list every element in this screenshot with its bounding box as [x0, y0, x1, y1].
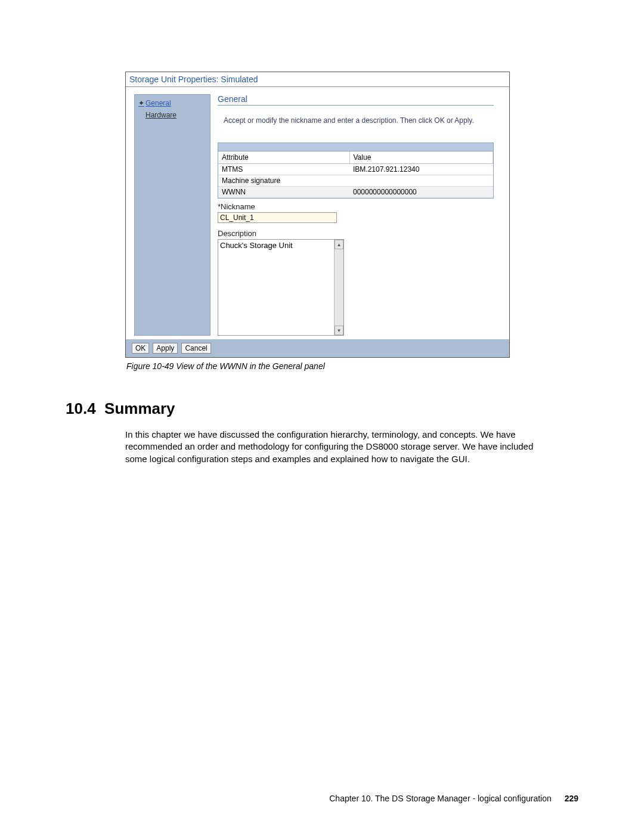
table-row: Machine signature — [218, 175, 493, 187]
cell-val: 0000000000000000 — [349, 187, 493, 198]
cell-attr: WWNN — [218, 187, 349, 198]
table-header-row: Attribute Value — [218, 151, 493, 164]
nickname-input[interactable] — [218, 212, 337, 223]
panel-title: General — [218, 94, 494, 106]
description-label: Description — [218, 229, 494, 238]
cancel-button[interactable]: Cancel — [181, 343, 210, 354]
sidebar-item-hardware[interactable]: Hardware — [145, 109, 206, 121]
table-row: MTMS IBM.2107.921.12340 — [218, 164, 493, 175]
cell-attr: MTMS — [218, 164, 349, 175]
col-value: Value — [349, 151, 493, 164]
cell-val — [349, 175, 493, 187]
figure-screenshot: Storage Unit Properties: Simulated ✦Gene… — [125, 72, 510, 358]
page-number: 229 — [565, 794, 578, 803]
scroll-down-icon[interactable]: ▼ — [335, 326, 343, 335]
cell-val: IBM.2107.921.12340 — [349, 164, 493, 175]
instruction-text: Accept or modify the nickname and enter … — [224, 116, 494, 125]
table-topband — [218, 143, 493, 151]
section-title: Summary — [104, 400, 175, 417]
col-attribute: Attribute — [218, 151, 349, 164]
scrollbar[interactable]: ▲ ▼ — [334, 240, 343, 335]
chapter-label: Chapter 10. The DS Storage Manager - log… — [329, 794, 552, 803]
section-heading: 10.4 Summary — [66, 400, 578, 418]
scroll-up-icon[interactable]: ▲ — [335, 240, 343, 249]
table-row: WWNN 0000000000000000 — [218, 187, 493, 198]
section-number: 10.4 — [66, 400, 96, 417]
cell-attr: Machine signature — [218, 175, 349, 187]
sidebar-label: Hardware — [145, 111, 177, 119]
sidebar-label: General — [145, 99, 171, 107]
button-bar: OK Apply Cancel — [126, 339, 509, 357]
sidebar: ✦General Hardware — [134, 94, 210, 336]
nickname-label: *Nickname — [218, 202, 494, 211]
section-body: In this chapter we have discussed the co… — [125, 429, 555, 465]
attribute-table: Attribute Value MTMS IBM.2107.921.12340 … — [218, 143, 494, 199]
apply-button[interactable]: Apply — [153, 343, 178, 354]
figure-caption: Figure 10-49 View of the WWNN in the Gen… — [126, 361, 578, 371]
ok-button[interactable]: OK — [132, 343, 149, 354]
description-textarea[interactable] — [218, 240, 334, 335]
bullet-icon: ✦ — [138, 99, 144, 107]
window-title: Storage Unit Properties: Simulated — [126, 72, 509, 87]
page-footer: Chapter 10. The DS Storage Manager - log… — [329, 794, 578, 803]
sidebar-item-general[interactable]: ✦General — [138, 97, 206, 109]
